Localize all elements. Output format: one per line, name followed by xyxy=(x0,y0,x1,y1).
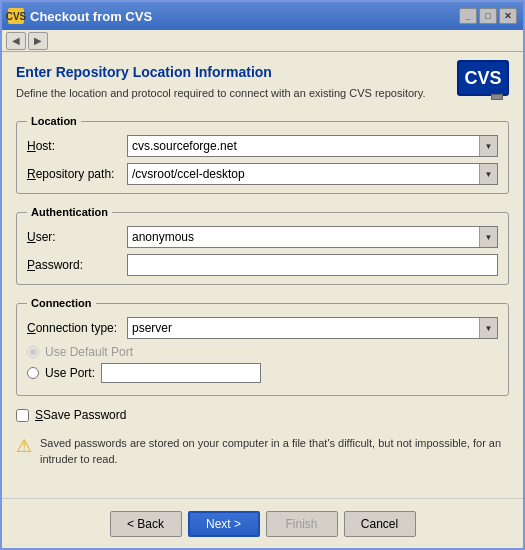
button-bar: < Back Next > Finish Cancel xyxy=(2,498,523,548)
use-port-row: Use Port: xyxy=(27,363,498,383)
default-port-radio[interactable] xyxy=(27,346,39,358)
host-value: cvs.sourceforge.net xyxy=(128,135,479,157)
password-label: Password: xyxy=(27,258,127,272)
save-password-checkbox[interactable] xyxy=(16,409,29,422)
nav-forward-arrow[interactable]: ▶ xyxy=(28,32,48,50)
default-port-row: Use Default Port xyxy=(27,345,498,359)
user-value: anonymous xyxy=(128,226,479,248)
window-nav: ◀ ▶ xyxy=(2,30,523,52)
connection-type-value: pserver xyxy=(128,317,479,339)
repo-label: Repository path: xyxy=(27,167,127,181)
user-dropdown-btn[interactable]: ▼ xyxy=(479,227,497,247)
checkout-window: CVS Checkout from CVS _ □ ✕ ◀ ▶ Enter Re… xyxy=(0,0,525,550)
close-button[interactable]: ✕ xyxy=(499,8,517,24)
host-label: Host: xyxy=(27,139,127,153)
page-header: Enter Repository Location Information De… xyxy=(16,64,509,115)
repo-dropdown-btn[interactable]: ▼ xyxy=(479,164,497,184)
warning-row: ⚠ Saved passwords are stored on your com… xyxy=(16,432,509,471)
host-select[interactable]: cvs.sourceforge.net ▼ xyxy=(127,135,498,157)
next-button[interactable]: Next > xyxy=(188,511,260,537)
use-port-label: Use Port: xyxy=(45,366,95,380)
repo-select[interactable]: /cvsroot/ccel-desktop ▼ xyxy=(127,163,498,185)
chevron-down-icon: ▼ xyxy=(485,233,493,242)
page-title: Enter Repository Location Information xyxy=(16,64,447,80)
minimize-button[interactable]: _ xyxy=(459,8,477,24)
chevron-down-icon: ▼ xyxy=(485,170,493,179)
repo-row: Repository path: /cvsroot/ccel-desktop ▼ xyxy=(27,163,498,185)
chevron-down-icon: ▼ xyxy=(485,324,493,333)
location-group: Location Host: cvs.sourceforge.net ▼ Rep… xyxy=(16,115,509,194)
connection-type-select[interactable]: pserver ▼ xyxy=(127,317,498,339)
save-password-row: SSave Password xyxy=(16,408,509,422)
page-description: Define the location and protocol require… xyxy=(16,86,447,101)
connection-type-dropdown-btn[interactable]: ▼ xyxy=(479,318,497,338)
chevron-down-icon: ▼ xyxy=(485,142,493,151)
header-text-block: Enter Repository Location Information De… xyxy=(16,64,447,115)
password-row: Password: xyxy=(27,254,498,276)
save-password-label: SSave Password xyxy=(35,408,135,422)
connection-group: Connection Connection type: pserver ▼ Us… xyxy=(16,297,509,396)
user-row: User: anonymous ▼ xyxy=(27,226,498,248)
nav-back-arrow[interactable]: ◀ xyxy=(6,32,26,50)
content-area: Enter Repository Location Information De… xyxy=(2,52,523,498)
repo-value: /cvsroot/ccel-desktop xyxy=(128,163,479,185)
connection-legend: Connection xyxy=(27,297,96,309)
title-bar: CVS Checkout from CVS _ □ ✕ xyxy=(2,2,523,30)
host-dropdown-btn[interactable]: ▼ xyxy=(479,136,497,156)
auth-legend: Authentication xyxy=(27,206,112,218)
maximize-button[interactable]: □ xyxy=(479,8,497,24)
warning-text: Saved passwords are stored on your compu… xyxy=(40,436,509,467)
password-input[interactable] xyxy=(127,254,498,276)
window-title: Checkout from CVS xyxy=(30,9,453,24)
finish-button[interactable]: Finish xyxy=(266,511,338,537)
authentication-group: Authentication User: anonymous ▼ Passwor… xyxy=(16,206,509,285)
cvs-logo: CVS xyxy=(457,60,509,96)
port-number-input[interactable] xyxy=(101,363,261,383)
warning-icon: ⚠ xyxy=(16,436,32,458)
cvs-logo-connector xyxy=(491,94,503,100)
host-row: Host: cvs.sourceforge.net ▼ xyxy=(27,135,498,157)
title-bar-buttons: _ □ ✕ xyxy=(459,8,517,24)
use-port-radio[interactable] xyxy=(27,367,39,379)
cancel-button[interactable]: Cancel xyxy=(344,511,416,537)
back-button[interactable]: < Back xyxy=(110,511,182,537)
user-label: User: xyxy=(27,230,127,244)
location-legend: Location xyxy=(27,115,81,127)
window-icon: CVS xyxy=(8,8,24,24)
connection-type-row: Connection type: pserver ▼ xyxy=(27,317,498,339)
default-port-label: Use Default Port xyxy=(45,345,133,359)
connection-type-label: Connection type: xyxy=(27,321,127,335)
user-select[interactable]: anonymous ▼ xyxy=(127,226,498,248)
